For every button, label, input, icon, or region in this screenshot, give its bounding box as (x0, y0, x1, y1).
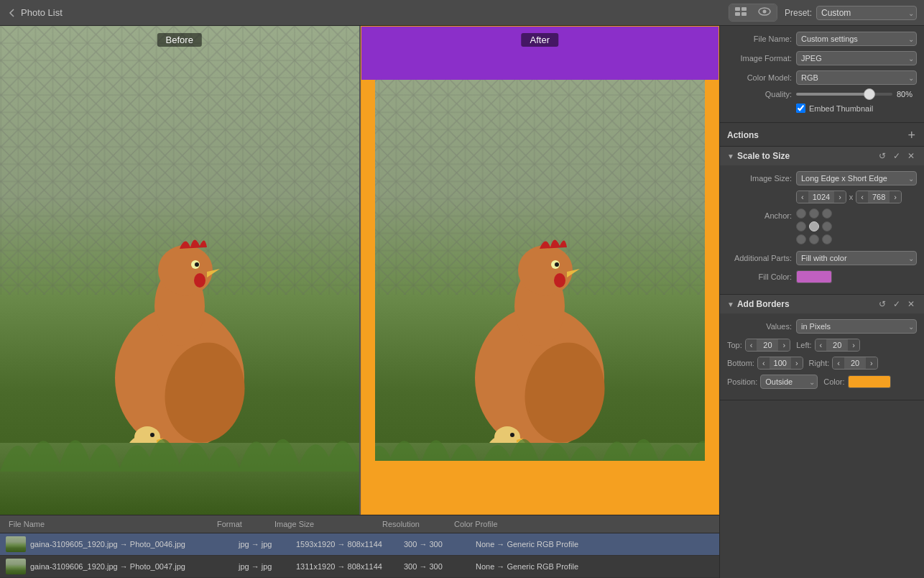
left-pair: Left: ‹ 20 › (796, 339, 860, 352)
after-scene (361, 26, 720, 515)
position-select[interactable]: Outside (760, 375, 818, 389)
borders-remove-btn[interactable]: ✕ (905, 299, 917, 309)
right-increment-btn[interactable]: › (866, 357, 877, 369)
file-list-row[interactable]: gaina-3109606_1920.jpg → Photo_0047.jpg … (0, 556, 719, 578)
top-stepper: ‹ 20 › (745, 339, 790, 352)
file-color-1: None → Generic RGB Profile (476, 540, 713, 549)
file-name-select[interactable]: Custom settings (796, 32, 917, 46)
anchor-label: Anchor: (727, 211, 792, 220)
border-color-pair: Color: (823, 375, 890, 388)
grass (0, 414, 359, 472)
grid-view-btn[interactable] (729, 4, 752, 21)
settings-section: File Name: Custom settings Image Format:… (720, 26, 924, 123)
file-res-1: 300 → 300 (404, 540, 476, 549)
top-increment-btn[interactable]: › (778, 339, 790, 351)
scale-confirm-btn[interactable]: ✓ (891, 151, 902, 161)
width-increment-btn[interactable]: › (834, 191, 846, 203)
after-panel: After (361, 26, 720, 515)
color-model-label: Color Model: (727, 73, 792, 82)
height-increment-btn[interactable]: › (890, 191, 901, 203)
back-label: Photo List (21, 7, 63, 18)
back-button[interactable]: Photo List (7, 7, 63, 18)
additional-parts-select[interactable]: Fill with color (796, 251, 917, 265)
col-header-name: File Name (6, 518, 214, 530)
anchor-tr[interactable] (822, 208, 832, 219)
border-color-swatch[interactable] (848, 375, 891, 388)
svg-point-11 (158, 245, 213, 295)
file-icon-2 (6, 559, 26, 574)
anchor-grid (796, 208, 833, 246)
bottom-label: Bottom: (727, 359, 754, 367)
bottom-value: 100 (770, 357, 791, 369)
file-list: File Name Format Image Size Resolution C… (0, 515, 719, 578)
right-decrement-btn[interactable]: ‹ (833, 357, 844, 369)
scale-action-title: Scale to Size (737, 151, 874, 161)
thumb-1 (6, 536, 26, 552)
preset-area: Preset: Custom (785, 6, 917, 20)
width-value: 1024 (808, 191, 834, 203)
bottom-increment-btn[interactable]: › (791, 357, 803, 369)
anchor-tl[interactable] (796, 208, 806, 219)
svg-rect-2 (735, 12, 740, 16)
file-color-2: None → Generic RGB Profile (476, 562, 713, 571)
values-select[interactable]: in Pixels (796, 319, 917, 334)
svg-point-5 (762, 10, 766, 14)
fill-color-label: Fill Color: (727, 272, 792, 281)
anchor-br[interactable] (822, 234, 832, 244)
additional-parts-select-wrapper: Fill with color (796, 251, 917, 265)
preview-view-btn[interactable] (752, 4, 777, 21)
height-decrement-btn[interactable]: ‹ (856, 191, 868, 203)
preset-label: Preset: (785, 8, 812, 18)
add-action-button[interactable]: + (906, 129, 917, 142)
file-size-2: 1311x1920 → 808x1144 (296, 562, 404, 571)
borders-reset-btn[interactable]: ↺ (877, 299, 888, 309)
image-format-row: Image Format: JPEG (727, 51, 917, 65)
after-label: After (522, 33, 558, 47)
file-name-2: gaina-3109606_1920.jpg → Photo_0047.jpg (30, 562, 239, 571)
anchor-mr[interactable] (822, 221, 832, 231)
before-label: Before (157, 33, 202, 47)
view-toggle-group (729, 4, 777, 22)
color-model-select[interactable]: RGB (796, 70, 917, 85)
svg-point-14 (195, 262, 199, 267)
anchor-bc[interactable] (809, 234, 819, 244)
borders-collapse-btn[interactable]: ▼ (727, 301, 734, 308)
scale-action-header: ▼ Scale to Size ↺ ✓ ✕ (720, 147, 924, 165)
file-icon-1 (6, 536, 26, 552)
file-list-row[interactable]: gaina-3109605_1920.jpg → Photo_0046.jpg … (0, 533, 719, 556)
position-select-wrapper: Outside (760, 375, 818, 389)
quality-value: 80% (897, 90, 917, 98)
embed-thumbnail-row: Embed Thumbnail (727, 104, 917, 113)
image-format-select-wrapper: JPEG (796, 51, 917, 65)
borders-action-header: ▼ Add Borders ↺ ✓ ✕ (720, 295, 924, 313)
anchor-bl[interactable] (796, 234, 806, 244)
color-model-select-wrapper: RGB (796, 70, 917, 85)
additional-parts-label: Additional Parts: (727, 254, 792, 262)
top-value: 20 (757, 339, 778, 351)
left-decrement-btn[interactable]: ‹ (816, 339, 827, 351)
left-value: 20 (826, 339, 848, 351)
width-stepper: ‹ 1024 › (796, 191, 846, 203)
preset-select[interactable]: Custom (816, 6, 917, 20)
height-stepper: ‹ 768 › (856, 191, 902, 203)
image-size-select[interactable]: Long Edge x Short Edge (796, 171, 917, 185)
width-decrement-btn[interactable]: ‹ (797, 191, 808, 203)
anchor-ml[interactable] (796, 221, 806, 231)
embed-thumbnail-checkbox[interactable] (796, 104, 805, 113)
before-scene (0, 26, 359, 515)
borders-confirm-btn[interactable]: ✓ (891, 299, 902, 309)
scale-collapse-btn[interactable]: ▼ (727, 152, 734, 160)
scale-remove-btn[interactable]: ✕ (905, 151, 917, 161)
bottom-decrement-btn[interactable]: ‹ (758, 357, 770, 369)
left-increment-btn[interactable]: › (848, 339, 859, 351)
quality-slider[interactable] (796, 93, 892, 96)
scale-reset-btn[interactable]: ↺ (877, 151, 888, 161)
fill-color-swatch[interactable] (796, 270, 832, 283)
eye-icon (758, 7, 771, 16)
top-left-row: Top: ‹ 20 › Left: ‹ 20 › (727, 339, 917, 352)
position-label: Position: (727, 377, 757, 386)
anchor-tc[interactable] (809, 208, 819, 219)
anchor-mc[interactable] (809, 221, 819, 231)
top-decrement-btn[interactable]: ‹ (746, 339, 757, 351)
image-format-select[interactable]: JPEG (796, 51, 917, 65)
